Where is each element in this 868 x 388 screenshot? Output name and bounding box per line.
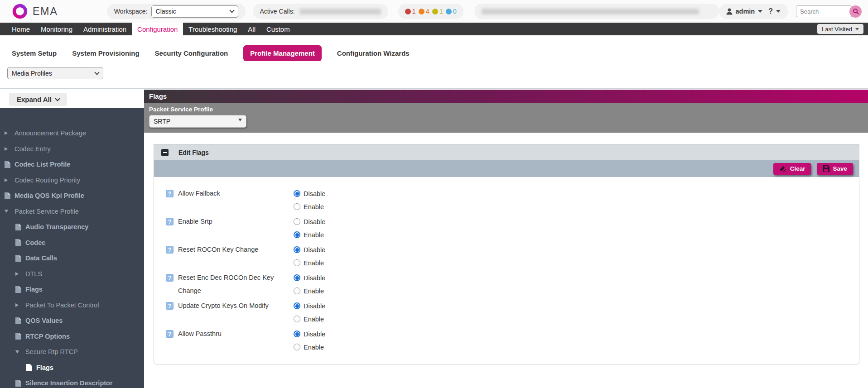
radio-enable[interactable] <box>294 344 300 350</box>
radio-enable[interactable] <box>294 316 300 322</box>
alarm-major[interactable]: 4 <box>419 8 429 15</box>
tree-item-codec-routing-priority[interactable]: Codec Routing Priority <box>0 172 144 188</box>
nav-item-monitoring[interactable]: Monitoring <box>35 23 78 35</box>
tree-item-label: DTLS <box>25 270 42 278</box>
radio-disable[interactable] <box>294 331 300 337</box>
tree-item-announcement-package[interactable]: Announcement Package <box>0 125 144 141</box>
radio-option-enable[interactable]: Enable <box>294 256 325 269</box>
subnav-item-system-setup[interactable]: System Setup <box>12 49 57 57</box>
subnav-item-security-configuration[interactable]: Security Configuration <box>155 49 228 57</box>
caret-down-icon[interactable] <box>5 210 8 213</box>
expand-all-button[interactable]: Expand All <box>9 93 67 106</box>
radio-option-label: Enable <box>304 344 324 351</box>
search-button[interactable] <box>849 5 862 18</box>
radio-disable[interactable] <box>294 218 300 225</box>
help-icon[interactable]: ? <box>166 302 174 310</box>
last-visited-button[interactable]: Last Visited <box>817 24 863 34</box>
edit-flags-body: ?Allow FallbackDisableEnable?Enable Srtp… <box>154 177 859 364</box>
tree-item-secure-rtp-rtcp[interactable]: Secure Rtp RTCP <box>0 344 144 360</box>
category-select[interactable]: Media Profiles <box>7 67 103 79</box>
nav-item-administration[interactable]: Administration <box>78 23 132 35</box>
subnav-item-profile-management[interactable]: Profile Management <box>243 45 322 61</box>
radio-disable[interactable] <box>294 246 300 253</box>
radio-option-enable[interactable]: Enable <box>294 200 325 213</box>
alarm-minor[interactable]: 1 <box>432 8 443 15</box>
radio-option-disable[interactable]: Disable <box>294 299 325 312</box>
radio-option-disable[interactable]: Disable <box>294 243 325 256</box>
radio-option-label: Disable <box>304 302 325 310</box>
save-button[interactable]: Save <box>817 163 853 175</box>
tree-item-dtls[interactable]: DTLS <box>0 266 144 282</box>
radio-disable[interactable] <box>294 274 300 281</box>
tree-item-packet-to-packet-control[interactable]: Packet To Packet Control <box>0 297 144 313</box>
tree-item-rtcp-options[interactable]: RTCP Options <box>0 329 144 345</box>
tree-item-label: RTCP Options <box>25 333 70 340</box>
tree-item-silence-insertion-descriptor[interactable]: Silence Insertion Descriptor <box>0 375 144 388</box>
username: admin <box>736 8 755 15</box>
subnav-item-system-provisioning[interactable]: System Provisioning <box>72 49 139 57</box>
tree-item-audio-transparency[interactable]: Audio Transparency <box>0 219 144 235</box>
tree-item-flags[interactable]: Flags <box>0 282 144 297</box>
user-icon <box>726 8 733 15</box>
save-floppy-icon <box>823 165 829 172</box>
subnav-item-configuration-wizards[interactable]: Configuration Wizards <box>337 49 410 57</box>
clear-button[interactable]: Clear <box>773 163 811 175</box>
nav-item-custom[interactable]: Custom <box>261 23 295 35</box>
radio-option-enable[interactable]: Enable <box>294 340 325 354</box>
tree-item-label: Flags <box>36 364 53 371</box>
user-menu[interactable]: admin ? <box>719 4 788 19</box>
alarm-count-info: 0 <box>453 8 457 15</box>
clear-button-label: Clear <box>790 165 805 172</box>
help-icon[interactable]: ? <box>166 218 174 225</box>
tree-item-data-calls[interactable]: Data Calls <box>0 250 144 266</box>
radio-option-disable[interactable]: Disable <box>294 215 325 228</box>
nav-item-all[interactable]: All <box>242 23 261 35</box>
tree-item-codec-list-profile[interactable]: Codec List Profile <box>0 157 144 172</box>
caret-down-icon[interactable] <box>15 350 19 354</box>
workspace-label: Workspace: <box>114 8 148 15</box>
radio-option-enable[interactable]: Enable <box>294 312 325 326</box>
caret-right-icon[interactable] <box>15 272 19 276</box>
tree-item-qos-values[interactable]: QOS Values <box>0 313 144 329</box>
nav-item-troubleshooting[interactable]: Troubleshooting <box>183 23 242 35</box>
nav-item-home[interactable]: Home <box>6 23 35 35</box>
radio-option-disable[interactable]: Disable <box>294 187 325 200</box>
radio-enable[interactable] <box>294 203 300 210</box>
content-area: Flags Packet Service Profile SRTP Edit F… <box>144 90 868 364</box>
alarm-dot-critical <box>405 9 411 14</box>
radio-option-disable[interactable]: Disable <box>294 327 325 340</box>
radio-option-disable[interactable]: Disable <box>294 271 325 284</box>
nav-item-configuration[interactable]: Configuration <box>132 23 183 35</box>
help-icon[interactable]: ? <box>166 330 174 338</box>
tree-item-flags[interactable]: Flags <box>0 360 144 376</box>
alarm-critical[interactable]: 1 <box>405 8 416 15</box>
tree-item-label: Silence Insertion Descriptor <box>25 379 113 387</box>
alarm-info[interactable]: 0 <box>446 8 457 15</box>
radio-option-label: Disable <box>304 274 325 282</box>
tree-item-media-qos-kpi-profile[interactable]: Media QOS Kpi Profile <box>0 188 144 204</box>
help-icon[interactable]: ? <box>166 190 174 197</box>
packet-service-profile-select[interactable]: SRTP <box>149 115 246 128</box>
radio-option-enable[interactable]: Enable <box>294 284 325 297</box>
radio-enable[interactable] <box>294 231 300 238</box>
radio-enable[interactable] <box>294 259 300 266</box>
caret-right-icon[interactable] <box>15 303 19 307</box>
workspace-select[interactable]: Classic <box>151 5 238 18</box>
help-icon[interactable]: ? <box>166 274 174 282</box>
help-icon[interactable]: ? <box>166 246 174 254</box>
collapse-icon[interactable] <box>161 149 169 156</box>
radio-enable[interactable] <box>294 287 300 294</box>
help-menu[interactable]: ? <box>768 7 773 15</box>
caret-right-icon[interactable] <box>5 178 8 182</box>
tree-item-label: Flags <box>25 286 43 293</box>
caret-right-icon[interactable] <box>5 131 8 135</box>
tree-item-codec[interactable]: Codec <box>0 235 144 251</box>
radio-disable[interactable] <box>294 190 300 197</box>
caret-right-icon[interactable] <box>5 147 8 151</box>
tree-item-packet-service-profile[interactable]: Packet Service Profile <box>0 204 144 220</box>
tree-item-codec-entry[interactable]: Codec Entry <box>0 141 144 157</box>
radio-disable[interactable] <box>294 302 300 309</box>
radio-option-enable[interactable]: Enable <box>294 228 325 241</box>
field-label: Update Crypto Keys On Modify <box>178 299 294 312</box>
search-input[interactable] <box>796 5 852 17</box>
